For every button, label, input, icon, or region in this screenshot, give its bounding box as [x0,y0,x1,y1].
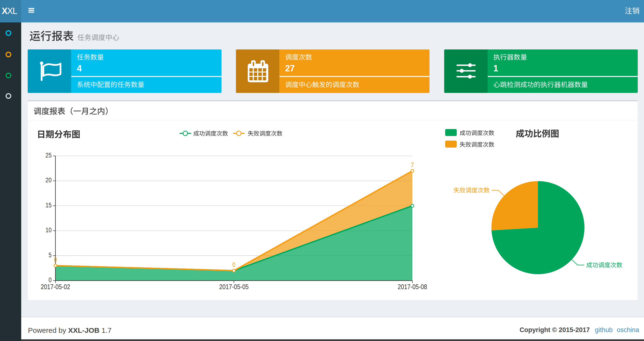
svg-text:2017-05-02: 2017-05-02 [41,283,70,291]
svg-text:5: 5 [48,251,52,259]
svg-text:7: 7 [411,161,414,169]
svg-text:2017-05-08: 2017-05-08 [398,283,427,291]
svg-text:15: 15 [46,201,52,209]
svg-text:20: 20 [46,176,52,184]
svg-text:0: 0 [232,261,235,268]
svg-text:0: 0 [54,256,57,263]
svg-text:2017-05-05: 2017-05-05 [219,283,249,291]
svg-text:10: 10 [46,226,52,234]
svg-text:25: 25 [46,151,52,159]
